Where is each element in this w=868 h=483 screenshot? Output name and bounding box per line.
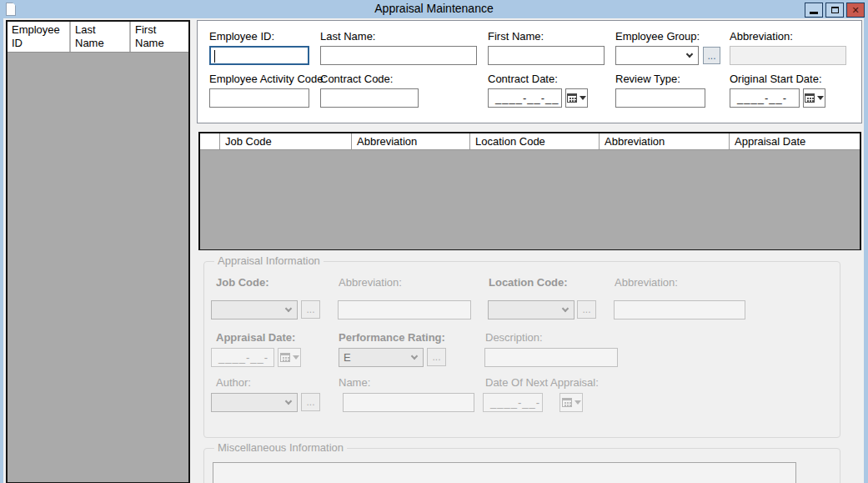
date-of-next-appraisal-picker-button bbox=[559, 393, 583, 412]
chevron-down-icon bbox=[293, 355, 299, 360]
row-selector-column-header bbox=[200, 133, 220, 149]
maximize-icon bbox=[831, 7, 839, 13]
job-abbreviation-label: Abbreviation: bbox=[339, 276, 402, 289]
appraisal-maintenance-window: Appraisal Maintenance ✕ Employee ID Last… bbox=[0, 0, 868, 483]
employee-form-panel: Employee ID: Last Name: First Name: Empl… bbox=[197, 20, 862, 123]
date-of-next-appraisal-label: Date Of Next Appraisal: bbox=[485, 376, 599, 389]
appraisal-grid-body bbox=[200, 150, 860, 249]
author-lookup-button: ... bbox=[301, 393, 320, 411]
chevron-down-icon bbox=[580, 96, 586, 100]
chevron-down-icon bbox=[411, 353, 418, 360]
location-abbreviation-label: Abbreviation: bbox=[615, 276, 678, 289]
location-code-column-header[interactable]: Location Code bbox=[470, 133, 600, 149]
performance-rating-label: Performance Rating: bbox=[339, 331, 445, 344]
calendar-icon bbox=[280, 353, 290, 362]
date-of-next-appraisal-input: ____-__-__ bbox=[483, 393, 543, 412]
employee-list-header-employee-id[interactable]: Employee ID bbox=[8, 22, 71, 52]
chevron-down-icon bbox=[817, 96, 824, 100]
miscellaneous-information-group: Miscellaneous Information bbox=[203, 448, 840, 483]
calendar-icon bbox=[805, 93, 815, 103]
chevron-down-icon bbox=[285, 398, 292, 405]
job-code-column-header[interactable]: Job Code bbox=[220, 133, 352, 149]
job-code-label: Job Code: bbox=[216, 276, 269, 289]
performance-rating-lookup-button: ... bbox=[427, 348, 446, 366]
appraisal-date-label: Appraisal Date: bbox=[216, 331, 295, 344]
review-type-input[interactable] bbox=[615, 88, 705, 108]
first-name-input[interactable] bbox=[488, 46, 605, 65]
employee-activity-code-input[interactable] bbox=[209, 88, 309, 108]
author-label: Author: bbox=[216, 376, 251, 389]
job-code-lookup-button: ... bbox=[301, 300, 320, 319]
employee-list-header-first-name[interactable]: First Name bbox=[131, 22, 188, 52]
performance-rating-select: E bbox=[339, 348, 424, 367]
appraisal-information-group-title: Appraisal Information bbox=[214, 254, 324, 267]
text-caret bbox=[214, 50, 215, 63]
location-code-label: Location Code: bbox=[489, 276, 568, 289]
appraisal-date-column-header[interactable]: Appraisal Date bbox=[730, 133, 860, 149]
original-start-date-input[interactable]: ____-__-__ bbox=[730, 88, 800, 108]
abbreviation-column-header[interactable]: Abbreviation bbox=[352, 133, 470, 149]
abbreviation-input bbox=[730, 46, 846, 65]
description-input bbox=[484, 348, 618, 367]
job-abbreviation-input bbox=[338, 300, 471, 319]
window-controls: ✕ bbox=[805, 3, 865, 18]
employee-group-lookup-button[interactable]: ... bbox=[703, 47, 720, 64]
location-code-select bbox=[488, 300, 574, 319]
appraisal-grid: Job Code Abbreviation Location Code Abbr… bbox=[198, 132, 861, 250]
chevron-down-icon bbox=[686, 51, 693, 58]
abbreviation-label: Abbreviation: bbox=[730, 30, 793, 43]
employee-list: Employee ID Last Name First Name bbox=[6, 20, 190, 483]
employee-list-body bbox=[8, 53, 188, 482]
appraisal-date-picker-button bbox=[278, 348, 301, 367]
maximize-button[interactable] bbox=[825, 3, 844, 18]
window-title: Appraisal Maintenance bbox=[0, 2, 868, 15]
name-input bbox=[343, 393, 474, 412]
close-icon: ✕ bbox=[851, 6, 859, 15]
location-code-lookup-button: ... bbox=[577, 300, 596, 319]
miscellaneous-information-input bbox=[213, 462, 796, 483]
employee-activity-code-label: Employee Activity Code: bbox=[209, 73, 326, 85]
chevron-down-icon bbox=[285, 305, 292, 312]
calendar-icon bbox=[562, 398, 572, 407]
minimize-button[interactable] bbox=[805, 3, 823, 18]
review-type-label: Review Type: bbox=[615, 73, 680, 85]
author-select bbox=[211, 393, 298, 412]
abbreviation-column-header-2[interactable]: Abbreviation bbox=[600, 133, 730, 149]
employee-id-label: Employee ID: bbox=[209, 30, 274, 43]
employee-group-select[interactable] bbox=[615, 46, 699, 65]
client-area: Employee ID Last Name First Name Employe… bbox=[3, 18, 864, 483]
original-start-date-picker-button[interactable] bbox=[803, 88, 825, 108]
miscellaneous-information-group-title: Miscellaneous Information bbox=[214, 441, 347, 454]
last-name-label: Last Name: bbox=[320, 30, 375, 43]
contract-date-picker-button[interactable] bbox=[565, 88, 588, 108]
titlebar: Appraisal Maintenance ✕ bbox=[0, 0, 868, 18]
employee-list-header: Employee ID Last Name First Name bbox=[8, 22, 188, 53]
close-button[interactable]: ✕ bbox=[846, 3, 865, 18]
calendar-icon bbox=[567, 93, 577, 103]
last-name-input[interactable] bbox=[320, 46, 477, 65]
first-name-label: First Name: bbox=[488, 30, 544, 43]
contract-date-input[interactable]: ____-__-__ bbox=[488, 88, 562, 108]
employee-list-header-last-name[interactable]: Last Name bbox=[71, 22, 131, 52]
contract-code-input[interactable] bbox=[320, 88, 419, 108]
name-label: Name: bbox=[339, 376, 370, 389]
appraisal-grid-header: Job Code Abbreviation Location Code Abbr… bbox=[200, 133, 860, 150]
chevron-down-icon bbox=[562, 305, 569, 312]
description-label: Description: bbox=[485, 331, 543, 344]
employee-id-input[interactable] bbox=[209, 46, 309, 65]
minimize-icon bbox=[810, 12, 818, 14]
employee-group-label: Employee Group: bbox=[615, 30, 700, 43]
contract-code-label: Contract Code: bbox=[320, 73, 393, 85]
chevron-down-icon bbox=[574, 400, 581, 405]
original-start-date-label: Original Start Date: bbox=[730, 73, 822, 85]
job-code-select bbox=[211, 300, 298, 319]
appraisal-date-input: ____-__-__ bbox=[211, 348, 274, 367]
appraisal-information-group: Appraisal Information Job Code: ... Abbr… bbox=[203, 261, 840, 438]
location-abbreviation-input bbox=[614, 300, 745, 319]
contract-date-label: Contract Date: bbox=[488, 73, 558, 85]
